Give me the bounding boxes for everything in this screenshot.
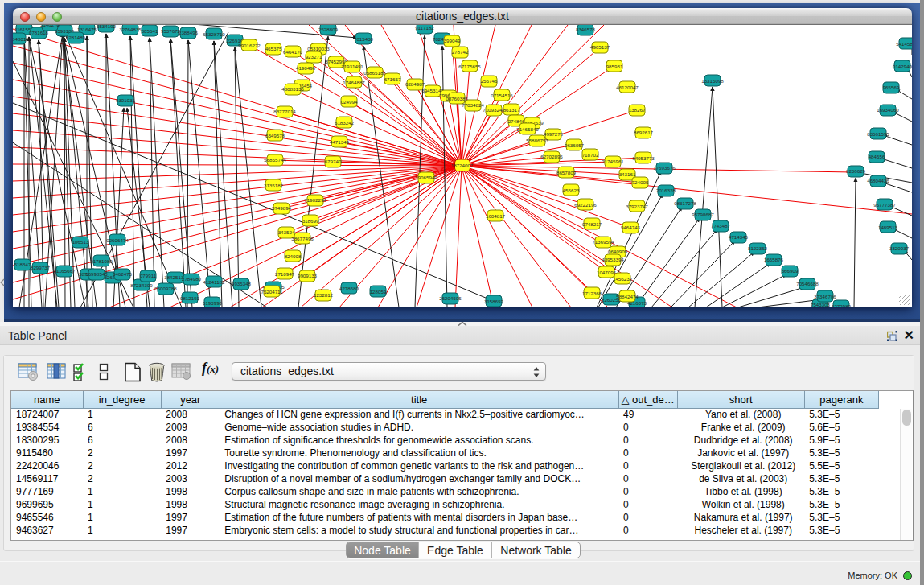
svg-text:718702: 718702 bbox=[582, 152, 599, 158]
svg-text:26204505: 26204505 bbox=[439, 295, 462, 301]
svg-text:305641: 305641 bbox=[142, 28, 158, 34]
svg-text:4935348: 4935348 bbox=[232, 281, 252, 286]
svg-text:56855744: 56855744 bbox=[264, 157, 286, 163]
svg-text:71369594: 71369594 bbox=[592, 239, 614, 245]
svg-text:0142940: 0142940 bbox=[893, 64, 912, 69]
svg-text:079911: 079911 bbox=[140, 273, 157, 278]
svg-text:46804436: 46804436 bbox=[867, 178, 889, 183]
svg-text:8299737: 8299737 bbox=[31, 265, 51, 270]
svg-text:69222196: 69222196 bbox=[574, 202, 597, 208]
svg-text:05310033: 05310033 bbox=[307, 46, 330, 51]
svg-text:87234309: 87234309 bbox=[130, 282, 153, 288]
svg-text:399049: 399049 bbox=[444, 38, 461, 43]
svg-text:318699: 318699 bbox=[302, 218, 319, 224]
svg-text:71902294: 71902294 bbox=[304, 197, 326, 203]
svg-text:31165667: 31165667 bbox=[53, 268, 76, 274]
svg-text:77034824: 77034824 bbox=[462, 102, 484, 108]
svg-text:46120047: 46120047 bbox=[616, 84, 639, 90]
svg-text:31931491: 31931491 bbox=[341, 64, 363, 69]
svg-text:106513: 106513 bbox=[72, 239, 89, 245]
svg-text:724005: 724005 bbox=[632, 179, 649, 185]
svg-text:0640909: 0640909 bbox=[608, 249, 628, 254]
svg-text:2710947: 2710947 bbox=[275, 271, 295, 277]
svg-text:71093248: 71093248 bbox=[483, 107, 505, 113]
svg-text:6183242: 6183242 bbox=[335, 120, 355, 126]
svg-text:679740: 679740 bbox=[325, 159, 342, 164]
svg-text:518347: 518347 bbox=[14, 262, 31, 267]
svg-text:17464887: 17464887 bbox=[343, 80, 365, 85]
svg-text:3320037: 3320037 bbox=[889, 245, 910, 251]
svg-text:9537672: 9537672 bbox=[161, 28, 181, 34]
svg-text:1232812: 1232812 bbox=[314, 292, 334, 298]
svg-text:9636057: 9636057 bbox=[565, 142, 585, 148]
svg-text:2016328: 2016328 bbox=[656, 187, 676, 193]
svg-text:70546688: 70546688 bbox=[796, 281, 819, 286]
svg-text:6284987: 6284987 bbox=[405, 81, 425, 87]
svg-text:671657: 671657 bbox=[384, 76, 401, 82]
svg-text:4278680: 4278680 bbox=[339, 286, 359, 291]
svg-text:5146270: 5146270 bbox=[40, 25, 60, 27]
svg-text:343524: 343524 bbox=[278, 229, 295, 235]
svg-text:55886753: 55886753 bbox=[526, 138, 548, 143]
svg-text:9909133: 9909133 bbox=[298, 273, 318, 278]
svg-text:5534192: 5534192 bbox=[97, 25, 117, 29]
svg-text:95798687: 95798687 bbox=[692, 212, 714, 217]
svg-text:7543303: 7543303 bbox=[811, 302, 831, 307]
svg-text:95777387: 95777387 bbox=[873, 202, 896, 208]
svg-text:7015430: 7015430 bbox=[354, 36, 374, 42]
svg-text:965569: 965569 bbox=[883, 84, 900, 90]
svg-text:13315098: 13315098 bbox=[701, 78, 724, 84]
svg-text:3135182: 3135182 bbox=[264, 183, 284, 188]
svg-text:8657809: 8657809 bbox=[556, 170, 577, 175]
svg-text:07154516: 07154516 bbox=[491, 93, 513, 98]
svg-text:278742: 278742 bbox=[452, 49, 469, 55]
svg-text:1489513: 1489513 bbox=[878, 225, 898, 230]
svg-text:19065940: 19065940 bbox=[415, 175, 437, 180]
svg-text:31781080: 31781080 bbox=[90, 258, 113, 264]
svg-text:8692617: 8692617 bbox=[634, 130, 654, 135]
svg-text:985931: 985931 bbox=[606, 64, 623, 69]
svg-text:256746: 256746 bbox=[481, 78, 498, 84]
svg-text:861317: 861317 bbox=[503, 107, 520, 113]
svg-text:024994: 024994 bbox=[341, 99, 358, 105]
svg-text:6193990: 6193990 bbox=[203, 300, 223, 306]
svg-text:21465840: 21465840 bbox=[516, 126, 539, 132]
svg-text:923271: 923271 bbox=[306, 54, 322, 60]
svg-text:65328710: 65328710 bbox=[203, 31, 225, 37]
svg-text:4714345: 4714345 bbox=[729, 234, 749, 240]
svg-text:2388496: 2388496 bbox=[179, 30, 199, 35]
svg-text:08760385: 08760385 bbox=[446, 96, 468, 101]
svg-text:1712368: 1712368 bbox=[582, 290, 602, 296]
svg-text:16934060: 16934060 bbox=[877, 107, 899, 113]
svg-text:08317278: 08317278 bbox=[674, 200, 696, 206]
svg-text:484656: 484656 bbox=[869, 154, 885, 159]
svg-text:455623: 455623 bbox=[563, 187, 580, 193]
svg-text:62702895: 62702895 bbox=[540, 154, 563, 159]
svg-text:16998543: 16998543 bbox=[85, 271, 108, 277]
svg-text:465375: 465375 bbox=[265, 46, 282, 51]
svg-text:3749894: 3749894 bbox=[272, 205, 292, 211]
svg-text:6464170: 6464170 bbox=[283, 49, 303, 55]
svg-text:02606474: 02606474 bbox=[106, 237, 129, 243]
svg-text:7743487: 7743487 bbox=[711, 223, 731, 229]
svg-text:83561595: 83561595 bbox=[867, 131, 889, 137]
svg-text:43953394: 43953394 bbox=[602, 257, 624, 262]
svg-text:99016272: 99016272 bbox=[238, 43, 261, 48]
svg-text:37346706: 37346706 bbox=[814, 294, 836, 299]
svg-text:41241182: 41241182 bbox=[203, 279, 225, 285]
svg-text:8122362: 8122362 bbox=[748, 245, 768, 251]
svg-text:2784980: 2784980 bbox=[182, 276, 202, 282]
svg-text:6272980: 6272980 bbox=[832, 303, 852, 307]
svg-text:4471349: 4471349 bbox=[330, 139, 350, 145]
svg-text:64053773: 64053773 bbox=[632, 155, 655, 161]
svg-text:4997278: 4997278 bbox=[544, 131, 564, 137]
svg-text:75204711: 75204711 bbox=[261, 289, 283, 295]
svg-text:2528809: 2528809 bbox=[318, 27, 339, 32]
svg-text:9301031: 9301031 bbox=[116, 97, 136, 103]
svg-text:366909: 366909 bbox=[782, 268, 799, 274]
svg-text:138267: 138267 bbox=[629, 107, 646, 113]
svg-text:1665876: 1665876 bbox=[764, 257, 784, 262]
svg-text:4190496: 4190496 bbox=[296, 65, 316, 71]
svg-text:05009788: 05009788 bbox=[154, 286, 177, 291]
svg-text:3462475: 3462475 bbox=[113, 271, 133, 277]
